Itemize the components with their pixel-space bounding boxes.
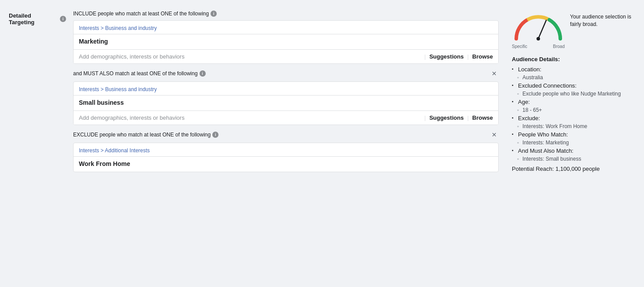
broad-label: Broad	[553, 44, 565, 49]
include-header-label: INCLUDE people who match at least ONE of…	[73, 11, 209, 17]
include-section: INCLUDE people who match at least ONE of…	[73, 11, 499, 64]
must-also-browse-link[interactable]: Browse	[472, 114, 493, 121]
audience-details-list: Location:AustraliaExcluded Connections:E…	[512, 66, 635, 162]
must-also-divider1: |	[424, 114, 426, 121]
gauge-labels: Specific Broad	[512, 44, 565, 49]
exclude-info-icon[interactable]: i	[212, 132, 218, 138]
include-search-input[interactable]	[79, 53, 421, 60]
audience-list-item: Exclude:	[512, 115, 635, 121]
must-also-suggestions-link[interactable]: Suggestions	[429, 114, 464, 121]
gauge-area: Specific Broad Your audience selection i…	[512, 12, 635, 49]
detailed-targeting-label: Detailed Targeting i	[9, 12, 66, 26]
exclude-header: EXCLUDE people who match at least ONE of…	[73, 130, 499, 139]
audience-list-item: Excluded Connections:	[512, 82, 635, 89]
audience-list-item: Australia	[512, 74, 635, 81]
must-also-interest-name: Small business	[74, 96, 498, 110]
exclude-interest-path: Interests > Additional Interests	[74, 143, 498, 157]
must-also-section: and MUST ALSO match at least ONE of the …	[73, 69, 499, 125]
include-suggestions-link[interactable]: Suggestions	[429, 53, 464, 60]
include-interest-name: Marketing	[74, 34, 498, 49]
detailed-targeting-info-icon[interactable]: i	[60, 16, 66, 22]
include-interest-path: Interests > Business and industry	[74, 21, 498, 34]
specific-label: Specific	[512, 44, 527, 49]
include-divider1: |	[424, 53, 426, 60]
must-also-close-button[interactable]: ✕	[490, 69, 499, 78]
include-add-row: | Suggestions | Browse	[74, 49, 498, 63]
must-also-info-icon[interactable]: i	[200, 70, 206, 77]
include-divider2: |	[467, 53, 469, 60]
audience-list-item: Location:	[512, 66, 635, 73]
gauge-chart	[512, 12, 565, 43]
exclude-interest-name: Work From Home	[74, 157, 498, 172]
must-also-interest-path: Interests > Business and industry	[74, 82, 498, 96]
include-browse-link[interactable]: Browse	[472, 53, 493, 60]
audience-details-title: Audience Details:	[512, 56, 635, 63]
include-header: INCLUDE people who match at least ONE of…	[73, 11, 499, 17]
gauge-description: Your audience selection is fairly broad.	[570, 12, 635, 28]
must-also-box: Interests > Business and industry Small …	[73, 81, 499, 125]
potential-reach: Potential Reach: 1,100,000 people	[512, 166, 635, 172]
targeting-content-col: INCLUDE people who match at least ONE of…	[73, 11, 499, 276]
exclude-close-button[interactable]: ✕	[490, 130, 499, 139]
audience-list-item: People Who Match:	[512, 131, 635, 138]
audience-list-item: Exclude people who like Nudge Marketing	[512, 91, 635, 97]
audience-list-item: Age:	[512, 99, 635, 105]
right-panel: Specific Broad Your audience selection i…	[512, 11, 635, 276]
audience-list-item: Interests: Small business	[512, 156, 635, 162]
svg-point-1	[537, 37, 540, 40]
include-box: Interests > Business and industry Market…	[73, 20, 499, 64]
svg-line-0	[538, 20, 546, 39]
must-also-add-row: | Suggestions | Browse	[74, 110, 498, 125]
must-also-search-input[interactable]	[79, 114, 421, 121]
exclude-section: EXCLUDE people who match at least ONE of…	[73, 130, 499, 172]
include-info-icon[interactable]: i	[211, 11, 217, 17]
exclude-box: Interests > Additional Interests Work Fr…	[73, 143, 499, 172]
must-also-header-text: and MUST ALSO match at least ONE of the …	[73, 70, 206, 77]
audience-list-item: 18 - 65+	[512, 107, 635, 113]
exclude-header-label: EXCLUDE people who match at least ONE of…	[73, 132, 211, 138]
audience-details: Audience Details: Location:AustraliaExcl…	[512, 56, 635, 172]
must-also-divider2: |	[467, 114, 469, 121]
include-header-text: INCLUDE people who match at least ONE of…	[73, 11, 217, 17]
must-also-header-label: and MUST ALSO match at least ONE of the …	[73, 70, 198, 77]
exclude-header-text: EXCLUDE people who match at least ONE of…	[73, 132, 218, 138]
must-also-header: and MUST ALSO match at least ONE of the …	[73, 69, 499, 78]
audience-list-item: Interests: Marketing	[512, 140, 635, 146]
audience-list-item: Interests: Work From Home	[512, 123, 635, 129]
audience-list-item: And Must Also Match:	[512, 147, 635, 154]
